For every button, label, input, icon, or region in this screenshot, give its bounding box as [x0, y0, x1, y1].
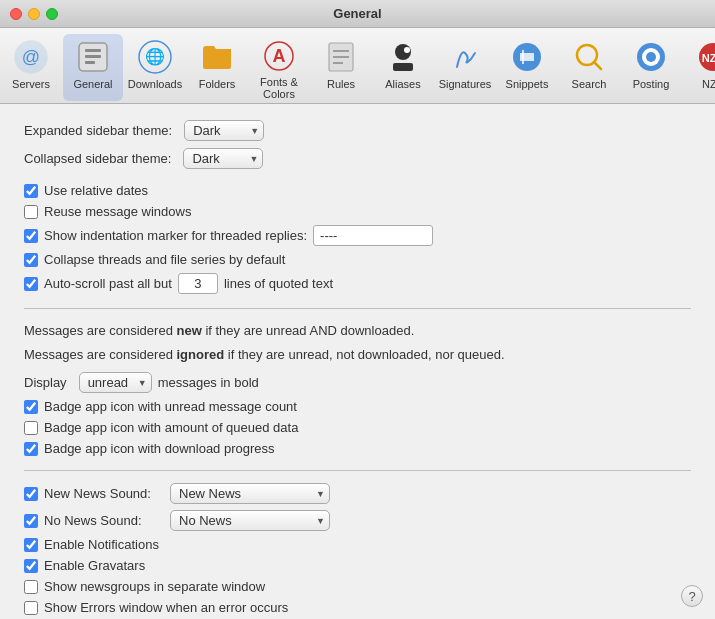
show-newsgroups-row: Show newsgroups in separate window — [24, 579, 691, 594]
aliases-icon — [384, 38, 422, 76]
new-news-sound-checkbox[interactable] — [24, 487, 38, 501]
indentation-input[interactable] — [313, 225, 433, 246]
badge-unread-checkbox[interactable] — [24, 400, 38, 414]
message-info-section: Messages are considered new if they are … — [24, 321, 691, 456]
svg-line-19 — [594, 62, 601, 69]
toolbar-item-servers[interactable]: @ Servers — [1, 34, 61, 101]
toolbar-item-aliases[interactable]: Aliases — [373, 34, 433, 101]
toolbar-item-snippets[interactable]: Snippets — [497, 34, 557, 101]
svg-point-22 — [646, 52, 656, 62]
collapsed-sidebar-select[interactable]: Dark Light System — [183, 148, 263, 169]
snippets-label: Snippets — [506, 78, 549, 90]
display-bold-label: messages in bold — [158, 375, 259, 390]
show-indentation-label: Show indentation marker for threaded rep… — [44, 228, 307, 243]
enable-notifications-checkbox[interactable] — [24, 538, 38, 552]
collapsed-sidebar-select-wrap[interactable]: Dark Light System — [177, 148, 263, 169]
close-button[interactable] — [10, 8, 22, 20]
fonts-colors-icon: A — [260, 38, 298, 74]
toolbar-item-posting[interactable]: Posting — [621, 34, 681, 101]
show-errors-checkbox[interactable] — [24, 601, 38, 615]
collapsed-sidebar-label: Collapsed sidebar theme: — [24, 151, 171, 166]
new-news-sound-row: New News Sound: New News None Basso Blow… — [24, 483, 691, 504]
rules-icon — [322, 38, 360, 76]
downloads-label: Downloads — [128, 78, 182, 90]
nzb-label: NZB — [702, 78, 715, 90]
toolbar-item-fonts-colors[interactable]: A Fonts & Colors — [249, 34, 309, 101]
auto-scroll-checkbox[interactable] — [24, 277, 38, 291]
show-newsgroups-checkbox[interactable] — [24, 580, 38, 594]
auto-scroll-input[interactable] — [178, 273, 218, 294]
collapse-threads-label: Collapse threads and file series by defa… — [44, 252, 285, 267]
toolbar-item-search[interactable]: Search — [559, 34, 619, 101]
reuse-message-windows-checkbox[interactable] — [24, 205, 38, 219]
auto-scroll-pre-label: Auto-scroll past all but — [44, 276, 172, 291]
no-news-sound-label: No News Sound: — [44, 513, 164, 528]
collapse-threads-checkbox[interactable] — [24, 253, 38, 267]
svg-rect-16 — [393, 63, 413, 71]
info-text-1: Messages are considered new if they are … — [24, 321, 691, 341]
fonts-colors-label: Fonts & Colors — [257, 76, 301, 100]
minimize-button[interactable] — [28, 8, 40, 20]
use-relative-dates-checkbox[interactable] — [24, 184, 38, 198]
svg-text:@: @ — [22, 47, 40, 67]
show-indentation-checkbox[interactable] — [24, 229, 38, 243]
svg-text:🌐: 🌐 — [145, 47, 165, 66]
divider-2 — [24, 470, 691, 471]
svg-point-15 — [404, 47, 410, 53]
badge-queued-row: Badge app icon with amount of queued dat… — [24, 420, 691, 435]
show-errors-row: Show Errors window when an error occurs — [24, 600, 691, 615]
divider-1 — [24, 308, 691, 309]
display-select-wrap[interactable]: unread all read — [79, 372, 152, 393]
snippets-icon — [508, 38, 546, 76]
toolbar-item-nzb[interactable]: NZB NZB — [683, 34, 715, 101]
toolbar-item-rules[interactable]: Rules — [311, 34, 371, 101]
servers-label: Servers — [12, 78, 50, 90]
folders-icon — [198, 38, 236, 76]
downloads-icon: 🌐 — [136, 38, 174, 76]
search-label: Search — [572, 78, 607, 90]
expanded-sidebar-select-wrap[interactable]: Dark Light System — [178, 120, 264, 141]
enable-notifications-label: Enable Notifications — [44, 537, 159, 552]
date-section: Use relative dates Reuse message windows… — [24, 183, 691, 294]
enable-gravatars-checkbox[interactable] — [24, 559, 38, 573]
new-news-sound-select[interactable]: New News None Basso Blow Bottle — [170, 483, 330, 504]
maximize-button[interactable] — [46, 8, 58, 20]
info-text-2: Messages are considered ignored if they … — [24, 345, 691, 365]
use-relative-dates-row: Use relative dates — [24, 183, 691, 198]
toolbar-item-general[interactable]: General — [63, 34, 123, 101]
general-label: General — [73, 78, 112, 90]
badge-download-label: Badge app icon with download progress — [44, 441, 275, 456]
collapsed-sidebar-row: Collapsed sidebar theme: Dark Light Syst… — [24, 148, 691, 169]
display-select[interactable]: unread all read — [79, 372, 152, 393]
enable-gravatars-row: Enable Gravatars — [24, 558, 691, 573]
expanded-sidebar-select[interactable]: Dark Light System — [184, 120, 264, 141]
toolbar: @ Servers General 🌐 Downloads — [0, 28, 715, 104]
badge-queued-checkbox[interactable] — [24, 421, 38, 435]
no-news-sound-checkbox[interactable] — [24, 514, 38, 528]
signatures-icon — [446, 38, 484, 76]
badge-download-row: Badge app icon with download progress — [24, 441, 691, 456]
help-button[interactable]: ? — [681, 585, 703, 607]
badge-download-checkbox[interactable] — [24, 442, 38, 456]
auto-scroll-post-label: lines of quoted text — [224, 276, 333, 291]
display-label: Display — [24, 375, 67, 390]
enable-gravatars-label: Enable Gravatars — [44, 558, 145, 573]
general-icon — [74, 38, 112, 76]
svg-text:NZB: NZB — [702, 52, 715, 64]
toolbar-item-folders[interactable]: Folders — [187, 34, 247, 101]
no-news-sound-select-wrap[interactable]: No News None Basso Blow Bottle — [170, 510, 330, 531]
servers-icon: @ — [12, 38, 50, 76]
collapse-threads-row: Collapse threads and file series by defa… — [24, 252, 691, 267]
no-news-sound-select[interactable]: No News None Basso Blow Bottle — [170, 510, 330, 531]
aliases-label: Aliases — [385, 78, 420, 90]
use-relative-dates-label: Use relative dates — [44, 183, 148, 198]
new-news-sound-select-wrap[interactable]: New News None Basso Blow Bottle — [170, 483, 330, 504]
signatures-label: Signatures — [439, 78, 492, 90]
toolbar-item-signatures[interactable]: Signatures — [435, 34, 495, 101]
window-controls[interactable] — [10, 8, 58, 20]
toolbar-item-downloads[interactable]: 🌐 Downloads — [125, 34, 185, 101]
main-content: Expanded sidebar theme: Dark Light Syste… — [0, 104, 715, 619]
nzb-icon: NZB — [694, 38, 715, 76]
no-news-sound-row: No News Sound: No News None Basso Blow B… — [24, 510, 691, 531]
badge-unread-row: Badge app icon with unread message count — [24, 399, 691, 414]
